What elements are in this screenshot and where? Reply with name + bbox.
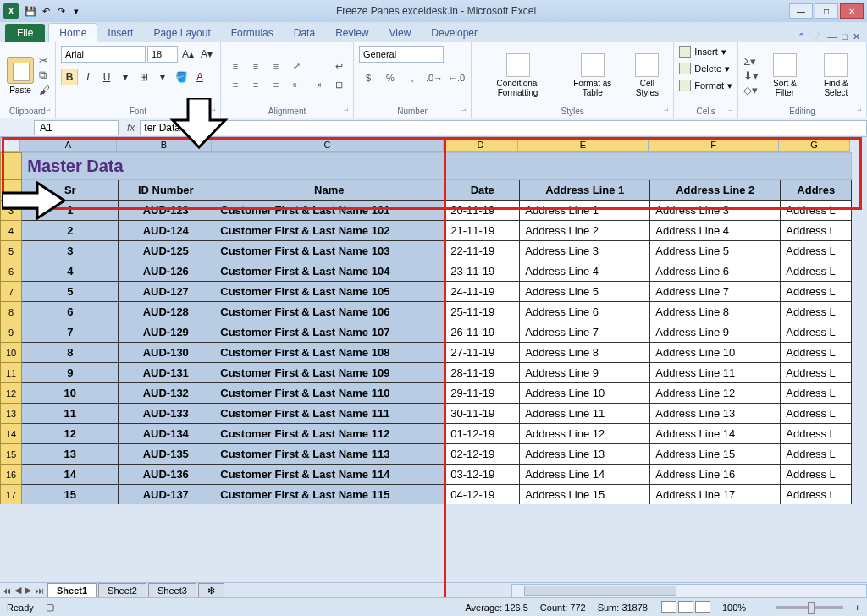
tab-data[interactable]: Data bbox=[284, 24, 325, 42]
merge-center-icon[interactable]: ⊟ bbox=[329, 76, 348, 93]
cut-icon[interactable]: ✂ bbox=[39, 54, 50, 67]
cell[interactable]: Customer First & Last Name 104 bbox=[213, 261, 445, 282]
cell[interactable]: Address L bbox=[781, 201, 852, 221]
cell[interactable]: Name bbox=[213, 180, 445, 201]
cell[interactable]: Customer First & Last Name 111 bbox=[213, 404, 445, 424]
cell[interactable]: Address Line 10 bbox=[520, 383, 650, 404]
cell[interactable]: AUD-133 bbox=[119, 404, 213, 424]
minimize-ribbon-icon[interactable]: ⌃ bbox=[798, 31, 805, 42]
minimize-button[interactable]: — bbox=[789, 3, 813, 19]
tab-insert[interactable]: Insert bbox=[97, 24, 143, 42]
column-header-E[interactable]: E bbox=[518, 137, 649, 152]
title-cell[interactable]: Master Data bbox=[22, 153, 852, 180]
horizontal-scrollbar[interactable] bbox=[511, 584, 867, 597]
cell[interactable]: AUD-129 bbox=[119, 322, 213, 343]
cell[interactable]: Address Line 11 bbox=[650, 363, 781, 383]
font-size-combo[interactable]: 18 bbox=[147, 46, 178, 63]
column-header-F[interactable]: F bbox=[649, 137, 779, 152]
cell[interactable]: Address Line 12 bbox=[520, 424, 650, 444]
cell[interactable]: AUD-126 bbox=[119, 261, 213, 282]
cell[interactable]: Address Line 10 bbox=[650, 343, 781, 363]
cell[interactable]: Customer First & Last Name 114 bbox=[213, 465, 445, 485]
row-header[interactable]: 10 bbox=[1, 343, 22, 363]
cell[interactable]: AUD-136 bbox=[119, 465, 213, 485]
worksheet-grid[interactable]: ABCDEFG Master DataSrID NumberNameDateAd… bbox=[0, 137, 867, 597]
bold-button[interactable]: B bbox=[61, 69, 78, 85]
mdi-close-icon[interactable]: ✕ bbox=[853, 31, 860, 42]
cell[interactable]: 26-11-19 bbox=[445, 322, 520, 343]
borders-icon[interactable]: ⊞ bbox=[135, 69, 152, 85]
copy-icon[interactable]: ⧉ bbox=[39, 69, 50, 82]
cell[interactable]: Address Line 15 bbox=[650, 444, 781, 465]
cell[interactable]: 11 bbox=[22, 404, 119, 424]
grow-font-icon[interactable]: A▴ bbox=[179, 46, 196, 63]
cell[interactable]: 24-11-19 bbox=[445, 282, 520, 302]
tab-home[interactable]: Home bbox=[48, 23, 97, 42]
cell[interactable]: Addres bbox=[781, 180, 852, 201]
paste-button[interactable]: Paste bbox=[5, 57, 36, 95]
cell[interactable]: Customer First & Last Name 101 bbox=[213, 201, 445, 221]
tab-review[interactable]: Review bbox=[325, 24, 378, 42]
cell[interactable]: 5 bbox=[22, 282, 119, 302]
tab-page-layout[interactable]: Page Layout bbox=[143, 24, 220, 42]
column-header-C[interactable]: C bbox=[212, 137, 444, 152]
column-header-A[interactable]: A bbox=[20, 137, 117, 152]
cell[interactable]: Customer First & Last Name 106 bbox=[213, 302, 445, 322]
sheet-tab-2[interactable]: Sheet2 bbox=[98, 583, 146, 597]
align-middle-icon[interactable]: ≡ bbox=[246, 58, 265, 74]
cell[interactable]: 04-12-19 bbox=[445, 485, 520, 505]
increase-indent-icon[interactable]: ⇥ bbox=[307, 76, 326, 93]
cell[interactable]: Address Line 1 bbox=[520, 180, 650, 201]
cell[interactable]: Address L bbox=[781, 424, 852, 444]
conditional-formatting-button[interactable]: Conditional Formatting bbox=[477, 53, 559, 97]
row-header[interactable]: 13 bbox=[1, 404, 22, 424]
font-name-combo[interactable]: Arial bbox=[61, 46, 146, 63]
grid-body[interactable]: Master DataSrID NumberNameDateAddress Li… bbox=[0, 152, 867, 582]
format-as-table-button[interactable]: Format as Table bbox=[562, 53, 622, 97]
cell[interactable]: AUD-130 bbox=[119, 343, 213, 363]
cell[interactable]: Customer First & Last Name 107 bbox=[213, 322, 445, 343]
shrink-font-icon[interactable]: A▾ bbox=[198, 46, 215, 63]
row-header[interactable] bbox=[1, 153, 22, 180]
row-header[interactable]: 7 bbox=[1, 282, 22, 302]
row-header[interactable]: 5 bbox=[1, 241, 22, 261]
underline-button[interactable]: U bbox=[98, 69, 115, 85]
tab-developer[interactable]: Developer bbox=[421, 24, 488, 42]
insert-cells-button[interactable]: Insert▾ bbox=[679, 46, 726, 58]
fx-icon[interactable]: fx bbox=[122, 122, 140, 134]
cell[interactable]: Customer First & Last Name 112 bbox=[213, 424, 445, 444]
sheet-tab-1[interactable]: Sheet1 bbox=[47, 583, 97, 597]
sheet-nav-last-icon[interactable]: ⏭ bbox=[33, 586, 46, 596]
maximize-button[interactable]: □ bbox=[815, 3, 838, 19]
cell[interactable]: Address Line 11 bbox=[520, 404, 650, 424]
cell[interactable]: Address L bbox=[781, 302, 852, 322]
row-header[interactable]: 11 bbox=[1, 363, 22, 383]
cell[interactable]: Customer First & Last Name 109 bbox=[213, 363, 445, 383]
cell[interactable]: 27-11-19 bbox=[445, 343, 520, 363]
cell[interactable]: 03-12-19 bbox=[445, 465, 520, 485]
cell[interactable]: AUD-124 bbox=[119, 221, 213, 241]
align-center-icon[interactable]: ≡ bbox=[246, 76, 265, 93]
cell[interactable]: Address Line 1 bbox=[520, 201, 650, 221]
macro-record-icon[interactable]: ▢ bbox=[46, 602, 54, 613]
cell[interactable]: 2 bbox=[22, 221, 119, 241]
find-select-button[interactable]: Find & Select bbox=[811, 53, 861, 97]
cell[interactable]: Address Line 2 bbox=[650, 180, 781, 201]
save-icon[interactable]: 💾 bbox=[24, 4, 37, 18]
cell[interactable]: 21-11-19 bbox=[445, 221, 520, 241]
cell[interactable]: Address L bbox=[781, 322, 852, 343]
cell[interactable]: Address L bbox=[781, 221, 852, 241]
cell[interactable]: Date bbox=[445, 180, 520, 201]
cell[interactable]: Address Line 12 bbox=[650, 383, 781, 404]
cell[interactable]: 6 bbox=[22, 302, 119, 322]
cell[interactable]: AUD-125 bbox=[119, 241, 213, 261]
cell[interactable]: 28-11-19 bbox=[445, 363, 520, 383]
cell[interactable]: 13 bbox=[22, 444, 119, 465]
align-left-icon[interactable]: ≡ bbox=[226, 76, 245, 93]
cell[interactable]: AUD-127 bbox=[119, 282, 213, 302]
orientation-icon[interactable]: ⤢ bbox=[287, 58, 306, 74]
cell[interactable]: Address Line 4 bbox=[520, 261, 650, 282]
cell[interactable]: Address L bbox=[781, 404, 852, 424]
row-header[interactable]: 17 bbox=[1, 485, 22, 505]
row-header[interactable]: 15 bbox=[1, 444, 22, 465]
